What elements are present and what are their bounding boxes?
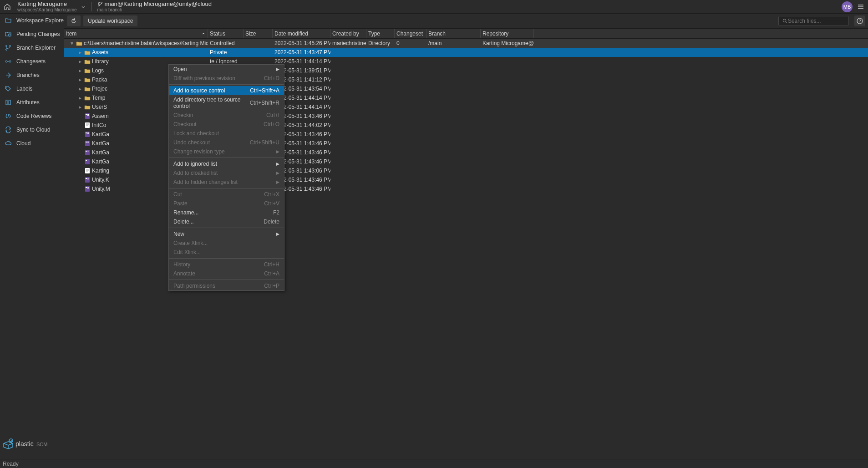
sidebar-item-changesets[interactable]: Changesets	[0, 55, 64, 68]
menu-item-label: Add to source control	[173, 87, 225, 94]
item-name: KartGa	[92, 140, 109, 147]
svg-point-14	[783, 19, 786, 21]
sidebar-item-branch-explorer[interactable]: Branch Explorer	[0, 41, 64, 55]
sidebar-item-branches[interactable]: Branches	[0, 68, 64, 82]
menu-item[interactable]: Rename...F2	[169, 208, 284, 217]
table-row[interactable]: ▾c:\Users\mariechristine.babin\wkspaces\…	[64, 39, 868, 48]
sidebar-item-cloud[interactable]: Cloud	[0, 137, 64, 150]
column-header-item[interactable]: Item	[64, 29, 208, 38]
sidebar: Workspace ExplorerPending ChangesBranch …	[0, 14, 64, 459]
search-box[interactable]	[778, 16, 849, 26]
svg-text:?: ?	[858, 19, 861, 23]
home-icon[interactable]	[3, 2, 12, 11]
svg-text:SCM: SCM	[36, 442, 47, 447]
item-name: Unity.M	[92, 186, 110, 192]
sidebar-item-sync[interactable]: Sync to Cloud	[0, 123, 64, 137]
svg-rect-44	[86, 187, 87, 188]
menu-item: Add to hidden changes list▶	[169, 178, 284, 187]
sidebar-item-code-reviews[interactable]: Code Reviews	[0, 109, 64, 123]
svg-rect-24	[87, 132, 89, 133]
column-header-status[interactable]: Status	[208, 29, 244, 38]
statusbar: Ready	[0, 459, 868, 468]
expand-icon[interactable]: ▸	[77, 49, 83, 56]
sidebar-item-folder[interactable]: Workspace Explorer	[0, 14, 64, 27]
workspace-dropdown-icon[interactable]	[81, 4, 86, 10]
file-txt-icon	[84, 168, 91, 174]
menu-item: AnnotateCtrl+A	[169, 269, 284, 278]
expand-icon[interactable]: ▸	[77, 86, 83, 92]
column-header-changeset[interactable]: Changeset	[395, 29, 426, 38]
svg-rect-22	[85, 132, 90, 137]
menu-item: Diff with previous revisionCtrl+D	[169, 74, 284, 83]
menu-item[interactable]: Open▶	[169, 65, 284, 74]
column-header-date[interactable]: Date modified	[273, 29, 330, 38]
menu-separator	[169, 84, 284, 85]
refresh-button[interactable]	[67, 15, 81, 26]
menu-item: Undo checkoutCtrl+Shift+U	[169, 138, 284, 147]
menu-shortcut: Ctrl+O	[264, 121, 279, 127]
svg-rect-39	[85, 177, 90, 183]
menu-shortcut: Ctrl+Shift+U	[250, 139, 279, 146]
submenu-arrow-icon: ▶	[276, 180, 279, 184]
column-header-created[interactable]: Created by	[330, 29, 366, 38]
menu-item-label: Add to ignored list	[173, 161, 217, 167]
menu-shortcut: Ctrl+I	[266, 112, 279, 118]
menu-item: Edit Xlink...	[169, 248, 284, 257]
column-header-repo[interactable]: Repository	[481, 29, 534, 38]
expand-icon[interactable]: ▸	[77, 58, 83, 65]
menu-shortcut: Ctrl+H	[264, 261, 279, 268]
workspace-path: wkspaces\Karting Microgame	[17, 7, 77, 12]
menu-item[interactable]: Delete...Delete	[169, 217, 284, 226]
menu-shortcut: Ctrl+V	[264, 200, 279, 207]
menu-item[interactable]: New▶	[169, 229, 284, 239]
menu-item[interactable]: Add to ignored list▶	[169, 159, 284, 168]
column-header-size[interactable]: Size	[244, 29, 273, 38]
expand-icon[interactable]: ▸	[77, 67, 83, 74]
collapse-icon[interactable]: ▾	[69, 40, 75, 46]
table-row[interactable]: ▸Assets Private 2022-05-31 1:43:47 PM	[64, 48, 868, 57]
file-sln-icon	[84, 158, 91, 165]
help-button[interactable]: ?	[854, 15, 865, 26]
file-sln-icon	[84, 131, 91, 137]
expand-icon[interactable]: ▸	[77, 76, 83, 83]
item-name: Packa	[92, 76, 107, 83]
avatar[interactable]: MB	[842, 1, 853, 12]
folder-icon	[84, 49, 91, 56]
search-icon	[782, 18, 788, 24]
expand-icon[interactable]: ▸	[77, 95, 83, 101]
main-panel: Update workspace ? Item Status Size Date…	[64, 14, 868, 459]
column-header-branch[interactable]: Branch	[426, 29, 481, 38]
svg-rect-31	[86, 151, 87, 152]
sidebar-item-labels[interactable]: Labels	[0, 82, 64, 96]
expand-icon[interactable]: ▸	[77, 104, 83, 110]
menu-shortcut: Ctrl+A	[264, 270, 279, 277]
item-name: KartGa	[92, 131, 109, 137]
sidebar-item-pending[interactable]: Pending Changes	[0, 27, 64, 41]
menu-shortcut: F2	[273, 209, 279, 216]
file-sln-icon	[84, 186, 91, 192]
update-workspace-button[interactable]: Update workspace	[83, 15, 137, 26]
folder-icon	[84, 86, 91, 92]
menu-item-label: Cut	[173, 191, 182, 198]
svg-rect-26	[85, 141, 90, 146]
file-sln-icon	[84, 149, 91, 156]
menu-item-label: New	[173, 231, 184, 237]
created-cell: mariechristine.b	[330, 40, 366, 46]
menu-item-label: Open	[173, 66, 187, 72]
menu-item: PasteCtrl+V	[169, 199, 284, 208]
sidebar-item-label: Branch Explorer	[16, 45, 56, 51]
workspace-name: Karting Microgame	[17, 1, 77, 7]
search-input[interactable]	[788, 18, 845, 24]
menu-item-label: Diff with previous revision	[173, 75, 235, 81]
folder-icon	[76, 40, 82, 46]
svg-point-9	[6, 87, 7, 88]
menu-item[interactable]: Add to source controlCtrl+Shift+A	[169, 86, 284, 95]
svg-point-6	[6, 49, 7, 51]
sidebar-item-attributes[interactable]: Attributes	[0, 96, 64, 109]
svg-rect-28	[87, 142, 89, 142]
sidebar-item-label: Sync to Cloud	[16, 127, 51, 133]
column-header-type[interactable]: Type	[366, 29, 395, 38]
menu-item[interactable]: Add directory tree to source controlCtrl…	[169, 95, 284, 111]
hamburger-menu-icon[interactable]	[856, 2, 865, 11]
menu-item-label: Delete...	[173, 219, 194, 225]
